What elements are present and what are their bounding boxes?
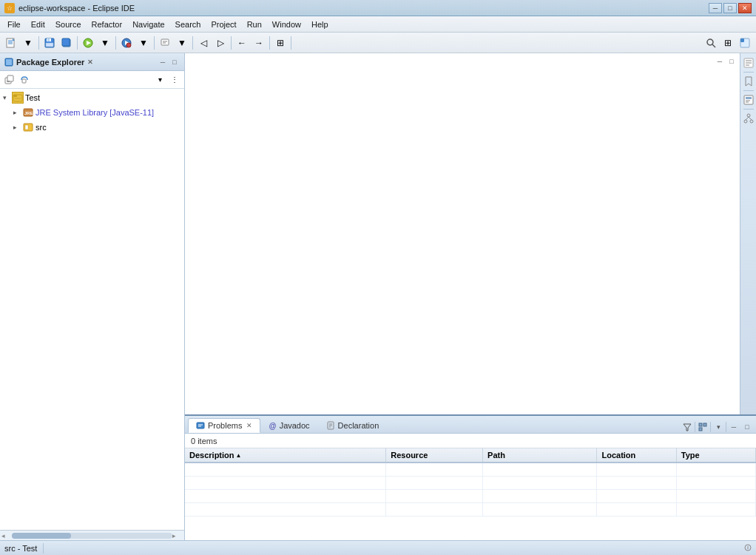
editor-section: ─ □ <box>185 53 756 540</box>
tree-project-item[interactable]: ▾ Test <box>0 90 184 105</box>
svg-rect-43 <box>744 95 753 104</box>
javadoc-icon: @ <box>269 422 276 430</box>
sidebar-header-controls: ─ □ <box>158 57 180 67</box>
filter-btn[interactable] <box>681 421 693 433</box>
run-dropdown[interactable]: ▼ <box>97 35 113 51</box>
sidebar-extra-btn[interactable]: ⋮ <box>168 73 181 87</box>
minimize-button[interactable]: ─ <box>709 3 722 13</box>
declaration-icon <box>326 421 335 430</box>
editor-with-right: ─ □ <box>185 53 756 414</box>
col-header-resource[interactable]: Resource <box>386 448 483 462</box>
right-sep3 <box>743 109 754 110</box>
app-icon: ☆ <box>4 3 15 13</box>
bottom-maximize-btn[interactable]: □ <box>741 421 753 433</box>
hierarchy-btn[interactable] <box>742 112 755 125</box>
menu-project[interactable]: Project <box>206 18 240 30</box>
save-all-button[interactable] <box>58 35 75 51</box>
search-icon-btn[interactable] <box>703 35 719 51</box>
new-button[interactable] <box>3 35 19 51</box>
svg-line-20 <box>712 44 715 47</box>
bookmarks-btn[interactable] <box>742 75 755 88</box>
status-bar: src - Test <box>0 540 756 555</box>
sidebar-minimize-btn[interactable]: ─ <box>158 57 168 67</box>
menu-refactor[interactable]: Refactor <box>87 18 127 30</box>
sidebar-title: Package Explorer ✕ <box>4 58 93 67</box>
sidebar-title-text: Package Explorer <box>16 58 84 67</box>
editor-minimize-btn[interactable]: ─ <box>715 56 725 67</box>
next-edit-button[interactable]: ▷ <box>212 35 229 51</box>
bottom-tabs-left: Problems ✕ @ Javadoc Declaration <box>188 418 387 433</box>
outline-btn[interactable] <box>742 93 755 107</box>
hscroll-right-btn[interactable]: ▸ <box>172 532 183 539</box>
problems-row-empty-2 <box>185 477 756 490</box>
tab-javadoc[interactable]: @ Javadoc <box>260 418 317 433</box>
bottom-tabs-right: ▾ ─ □ <box>681 421 756 433</box>
sidebar-view-menu-btn[interactable]: ▾ <box>153 73 166 87</box>
open-perspective-btn[interactable] <box>737 35 753 51</box>
tab-declaration[interactable]: Declaration <box>318 418 388 433</box>
problems-icon <box>196 421 205 430</box>
bottom-tab-sep3 <box>726 422 726 432</box>
maximize-button[interactable]: □ <box>723 3 737 13</box>
problems-row-empty-3 <box>185 490 756 503</box>
tab-problems[interactable]: Problems ✕ <box>188 418 260 433</box>
menu-navigate[interactable]: Navigate <box>128 18 169 30</box>
tab-problems-close[interactable]: ✕ <box>246 422 252 429</box>
ext-tools-dropdown[interactable]: ▼ <box>174 35 190 51</box>
problems-row-empty-4 <box>185 503 756 517</box>
col-header-location[interactable]: Location <box>597 448 676 462</box>
sidebar-hscroll[interactable]: ◂ ▸ <box>0 530 184 540</box>
svg-rect-24 <box>6 59 9 62</box>
view-menu-btn[interactable]: ▾ <box>712 421 724 433</box>
collapse-all-btn[interactable] <box>3 73 16 87</box>
tree-jre-item[interactable]: ▸ JRE JRE System Library [JavaSE-11] <box>0 105 184 120</box>
sidebar-maximize-btn[interactable]: □ <box>169 57 180 67</box>
col-header-path[interactable]: Path <box>483 448 597 462</box>
menu-file[interactable]: File <box>3 18 25 30</box>
hscroll-thumb <box>12 533 71 539</box>
group-by-btn[interactable] <box>697 421 709 433</box>
sep1 <box>38 36 39 50</box>
svg-marker-59 <box>684 424 691 431</box>
debug-dropdown[interactable]: ▼ <box>135 35 152 51</box>
jre-label: JRE System Library [JavaSE-11] <box>36 108 154 117</box>
project-icon <box>12 92 24 104</box>
close-button[interactable]: ✕ <box>738 3 752 13</box>
menu-edit[interactable]: Edit <box>27 18 50 30</box>
sep6 <box>231 36 232 50</box>
tree-src-item[interactable]: ▸ src <box>0 120 184 135</box>
problems-count: 0 items <box>191 437 217 445</box>
col-header-type[interactable]: Type <box>677 448 756 462</box>
svg-rect-29 <box>7 75 13 81</box>
main-area: Package Explorer ✕ ─ □ ▾ ⋮ ▾ <box>0 53 756 540</box>
menu-run[interactable]: Run <box>243 18 266 30</box>
menu-window[interactable]: Window <box>268 18 306 30</box>
svg-point-49 <box>750 120 753 123</box>
editor-maximize-btn[interactable]: □ <box>726 56 737 67</box>
save-button[interactable] <box>41 35 58 51</box>
forward-button[interactable]: → <box>251 35 267 51</box>
hscroll-left-btn[interactable]: ◂ <box>1 532 12 539</box>
back-button[interactable]: ← <box>234 35 250 51</box>
tab-problems-label: Problems <box>208 421 242 430</box>
task-list-btn[interactable] <box>742 56 755 70</box>
debug-button[interactable] <box>118 35 135 51</box>
new-dropdown[interactable]: ▼ <box>20 35 36 51</box>
col-header-description[interactable]: Description ▲ <box>185 448 386 462</box>
ext-tools-button[interactable] <box>157 35 173 51</box>
run-button[interactable] <box>80 35 96 51</box>
perspective-btn[interactable]: ⊞ <box>720 35 736 51</box>
bottom-minimize-btn[interactable]: ─ <box>728 421 740 433</box>
link-editor-btn[interactable] <box>18 73 31 87</box>
svg-rect-61 <box>703 423 706 426</box>
menu-source[interactable]: Source <box>51 18 86 30</box>
tree-content: ▾ Test ▸ JRE JRE System Library [JavaSE-… <box>0 89 184 530</box>
svg-point-48 <box>744 120 747 123</box>
svg-rect-62 <box>699 428 702 431</box>
menu-help[interactable]: Help <box>307 18 333 30</box>
sep8 <box>291 36 291 50</box>
open-type-button[interactable]: ⊞ <box>272 35 288 51</box>
menu-search[interactable]: Search <box>171 18 206 30</box>
problems-header: 0 items <box>185 434 756 448</box>
prev-edit-button[interactable]: ◁ <box>195 35 212 51</box>
